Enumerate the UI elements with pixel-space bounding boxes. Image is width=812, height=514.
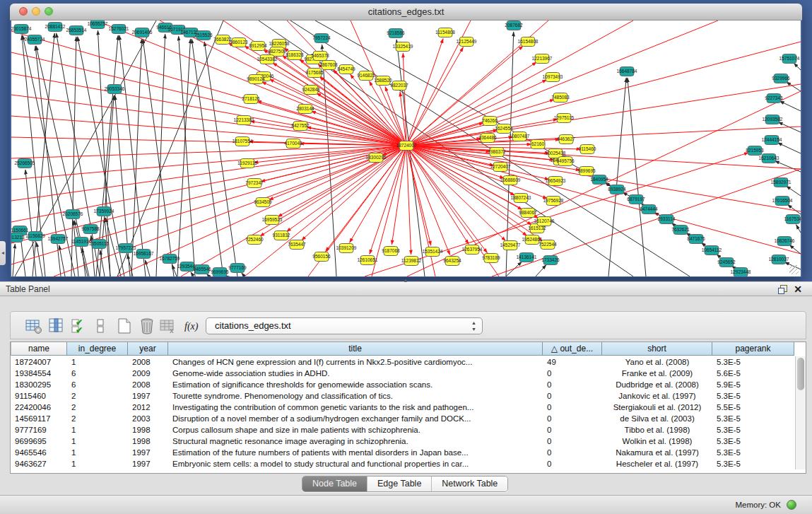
graph-node[interactable]: 10543382: [257, 55, 278, 64]
graph-node[interactable]: 15276021: [109, 25, 129, 34]
graph-node[interactable]: 15751074: [779, 54, 800, 64]
graph-node[interactable]: 13325419: [393, 42, 413, 52]
citation-edge-black[interactable]: [25, 170, 36, 276]
graph-node[interactable]: 10391209: [336, 244, 357, 253]
graph-node[interactable]: 62160: [531, 140, 545, 149]
graph-node[interactable]: 2867608: [319, 61, 338, 70]
citation-edge-red[interactable]: [406, 21, 718, 146]
table-vertical-scrollbar[interactable]: [795, 356, 806, 469]
graph-node[interactable]: 8454749: [337, 65, 355, 74]
graph-node[interactable]: 9463627: [557, 135, 575, 144]
graph-node[interactable]: 9218586: [387, 29, 405, 38]
graph-node[interactable]: 16959523: [262, 216, 283, 225]
graph-node[interactable]: 9097588: [81, 225, 100, 234]
graph-node[interactable]: 7252460: [245, 235, 264, 245]
citation-edge-red[interactable]: [11, 31, 406, 146]
graph-node[interactable]: 23015874: [11, 25, 32, 34]
graph-node[interactable]: 10973493: [543, 73, 563, 82]
tab-network-table[interactable]: Network Table: [432, 477, 507, 491]
tab-node-table[interactable]: Node Table: [302, 477, 367, 491]
graph-node[interactable]: 9187068: [382, 247, 400, 256]
graph-node[interactable]: 14136141: [517, 253, 537, 262]
minimize-traffic-light[interactable]: [32, 7, 40, 16]
column-header-name[interactable]: name: [11, 342, 67, 356]
graph-node[interactable]: 7632621: [671, 226, 690, 235]
graph-node[interactable]: 11239812: [401, 257, 422, 266]
graph-node[interactable]: 1588520: [374, 76, 392, 86]
citation-edge-black[interactable]: [20, 237, 25, 276]
table-row[interactable]: 946362711997Embryonic stem cells: a mode…: [11, 458, 794, 469]
graph-node[interactable]: 17359924: [94, 207, 114, 216]
graph-node[interactable]: 9560156: [312, 252, 331, 262]
graph-node[interactable]: 7957224: [312, 34, 331, 43]
citation-edge-black[interactable]: [242, 273, 245, 276]
graph-node[interactable]: 9245652: [717, 258, 736, 267]
citation-edge-black[interactable]: [787, 82, 801, 91]
graph-node[interactable]: 1733426: [541, 256, 560, 265]
splitter-handle[interactable]: ▲: [401, 279, 411, 282]
citation-edge-red[interactable]: [286, 146, 406, 232]
graph-node[interactable]: 12637954: [462, 245, 483, 255]
graph-node[interactable]: 16648784: [617, 67, 637, 76]
citation-edge-black[interactable]: [506, 32, 514, 276]
graph-node[interactable]: 9242848: [302, 86, 320, 95]
column-header-out_de[interactable]: △ out_de...: [543, 342, 602, 356]
graph-node[interactable]: 15351424: [423, 247, 443, 257]
graph-node[interactable]: 20206576: [63, 210, 83, 219]
zoom-traffic-light[interactable]: [45, 7, 53, 16]
graph-node[interactable]: 9495756: [556, 157, 575, 166]
table-row[interactable]: 969969511998Structural magnetic resonanc…: [11, 436, 794, 447]
close-traffic-light[interactable]: [19, 7, 28, 16]
graph-node[interactable]: 18807243: [511, 194, 531, 203]
table-row[interactable]: 1938455462009Genome-wide association stu…: [11, 368, 794, 379]
graph-node[interactable]: 746266: [482, 117, 498, 126]
graph-node[interactable]: 29053346: [105, 85, 125, 94]
graph-node[interactable]: 24055724: [25, 35, 45, 45]
graph-node[interactable]: 9890124: [247, 75, 265, 84]
table-selector-dropdown[interactable]: citations_edges.txt ▲▼: [206, 317, 483, 334]
graph-node[interactable]: 8215953: [746, 146, 764, 156]
graph-node[interactable]: 9474444: [640, 205, 658, 214]
graph-node[interactable]: 16782759: [160, 255, 180, 264]
graph-node[interactable]: 16154808: [518, 37, 539, 47]
table-row[interactable]: 1872400712008Changes of HCN gene express…: [11, 356, 794, 368]
graph-node[interactable]: 2718126: [242, 95, 260, 104]
citation-edge-black[interactable]: [143, 39, 174, 276]
graph-node[interactable]: 20691406: [132, 28, 153, 37]
citation-edge-black[interactable]: [204, 42, 237, 276]
memory-indicator-icon[interactable]: [787, 500, 796, 510]
table-row[interactable]: 1830029562008Estimation of significance …: [11, 379, 794, 390]
citation-edge-black[interactable]: [786, 186, 801, 196]
graph-node[interactable]: 16958167: [134, 250, 154, 259]
citation-edge-black[interactable]: [172, 264, 177, 276]
citation-edge-black[interactable]: [37, 243, 42, 276]
column-header-year[interactable]: year: [128, 342, 168, 356]
citation-edge-black[interactable]: [796, 225, 801, 233]
graph-node[interactable]: 17016504: [772, 197, 793, 206]
graph-node[interactable]: 12720407: [490, 163, 511, 172]
table-panel-header[interactable]: ▲ Table Panel ✕: [0, 281, 812, 296]
citation-edge-red[interactable]: [11, 146, 406, 201]
graph-node[interactable]: 9822037: [390, 81, 408, 90]
graph-node[interactable]: 10688609: [500, 176, 521, 185]
graph-node[interactable]: 8186328: [286, 51, 304, 60]
table-settings-icon[interactable]: [25, 317, 43, 335]
toggle-rows-icon[interactable]: [91, 317, 110, 335]
graph-node[interactable]: 25266505: [15, 159, 35, 168]
graph-node[interactable]: 4170043: [284, 139, 302, 148]
close-panel-icon[interactable]: ✕: [792, 283, 804, 296]
graph-node[interactable]: 18107554: [233, 137, 253, 146]
graph-node[interactable]: 10826746: [775, 237, 795, 246]
table-row[interactable]: 911546021997Tourette syndrome. Phenomeno…: [11, 390, 794, 402]
citation-edge-red[interactable]: [392, 146, 406, 245]
tab-edge-table[interactable]: Edge Table: [367, 477, 432, 491]
graph-node[interactable]: 1167534: [784, 215, 801, 224]
window-resize-grip[interactable]: [789, 265, 799, 274]
graph-node[interactable]: 15892971: [771, 178, 792, 187]
citation-edge-black[interactable]: [777, 143, 801, 153]
create-table-icon[interactable]: [115, 317, 134, 335]
graph-node[interactable]: 9634509: [254, 198, 272, 207]
graph-node[interactable]: 8938924: [608, 185, 626, 194]
graph-node[interactable]: 14529477: [500, 241, 521, 250]
show-columns-icon[interactable]: [47, 317, 66, 335]
